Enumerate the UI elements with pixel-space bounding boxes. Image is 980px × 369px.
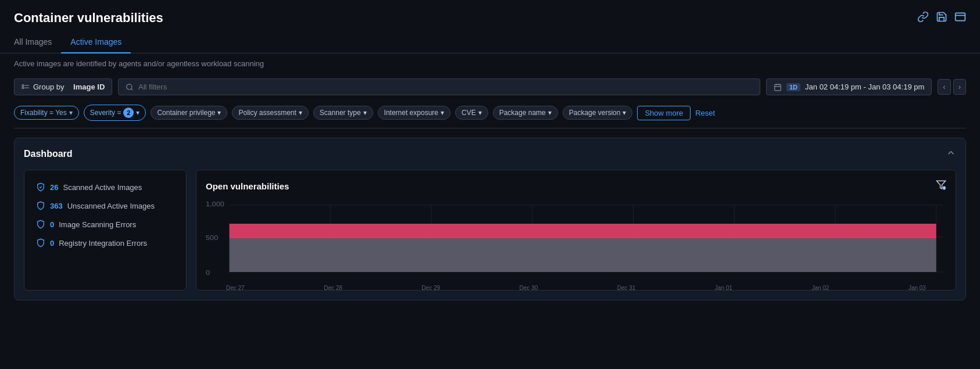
registry-errors-count: 0 [50, 239, 54, 248]
svg-line-6 [131, 88, 133, 89]
scan-errors-count: 0 [50, 220, 54, 229]
svg-text:1,000: 1,000 [206, 200, 224, 208]
policy-assessment-label: Policy assessment [238, 109, 296, 117]
svg-point-5 [127, 84, 132, 89]
filter-internet-exposure[interactable]: Internet exposure ▾ [378, 106, 450, 120]
stat-registry-errors: 0 Registry Integration Errors [36, 238, 174, 248]
group-icon [22, 83, 30, 91]
scanned-count: 26 [50, 183, 58, 192]
show-more-button[interactable]: Show more [637, 106, 691, 120]
severity-badge: 2 [123, 108, 134, 118]
x-label-dec29: Dec 29 [421, 285, 440, 291]
date-badge: 1D [786, 83, 800, 91]
time-navigation: ‹ › [938, 79, 966, 95]
svg-rect-2 [22, 87, 23, 88]
scanned-label: Scanned Active Images [63, 183, 142, 192]
x-label-dec28: Dec 28 [324, 285, 342, 291]
filter-cve[interactable]: CVE ▾ [455, 106, 488, 120]
folder-icon[interactable] [954, 11, 966, 26]
search-icon [126, 83, 134, 91]
search-bar[interactable] [118, 78, 760, 95]
filter-scanner-type[interactable]: Scanner type ▾ [313, 106, 373, 120]
filter-severity[interactable]: Severity = 2 ▾ [84, 105, 146, 121]
calendar-icon [774, 83, 782, 91]
vulnerability-chart: 1,000 500 0 [206, 199, 946, 281]
fixability-dropdown-icon: ▾ [69, 109, 73, 117]
package-version-dropdown-icon: ▾ [623, 109, 626, 117]
date-range-selector[interactable]: 1D Jan 02 04:19 pm - Jan 03 04:19 pm [766, 78, 932, 95]
filter-package-version[interactable]: Package version ▾ [563, 106, 633, 120]
svg-rect-27 [230, 238, 936, 272]
group-by-button[interactable]: Group by Image ID [14, 78, 112, 95]
section-divider [14, 128, 966, 128]
package-version-label: Package version [569, 109, 621, 117]
chart-header: Open vulnerabilities ? [206, 180, 946, 192]
svg-text:0: 0 [206, 269, 210, 277]
package-name-label: Package name [499, 109, 546, 117]
scanner-type-label: Scanner type [320, 109, 361, 117]
cve-label: CVE [462, 109, 476, 117]
chart-card: Open vulnerabilities ? 1,000 500 0 [196, 170, 956, 291]
x-label-dec30: Dec 30 [520, 285, 538, 291]
container-privilege-dropdown-icon: ▾ [217, 109, 221, 117]
prev-arrow[interactable]: ‹ [938, 79, 950, 95]
save-icon[interactable] [936, 11, 947, 26]
dashboard-section: Dashboard 26 Scanned Active Images 363 U… [14, 138, 966, 300]
shield-check-icon [36, 182, 45, 192]
chart-filter-icon[interactable]: ? [936, 180, 946, 192]
link-icon[interactable] [917, 11, 929, 26]
search-input[interactable] [138, 83, 753, 91]
filter-container-privilege[interactable]: Container privilege ▾ [151, 106, 227, 120]
severity-label: Severity = [90, 109, 121, 117]
reset-button[interactable]: Reset [695, 109, 715, 117]
unscanned-label: Unscanned Active Images [67, 202, 155, 210]
cve-dropdown-icon: ▾ [478, 109, 482, 117]
filter-package-name[interactable]: Package name ▾ [493, 106, 558, 120]
toolbar: Group by Image ID 1D Jan 02 04:19 pm - J… [0, 74, 980, 100]
dashboard-content: 26 Scanned Active Images 363 Unscanned A… [24, 170, 956, 291]
scan-errors-label: Image Scanning Errors [59, 220, 136, 229]
filters-row: Fixability = Yes ▾ Severity = 2 ▾ Contai… [0, 100, 980, 128]
next-arrow[interactable]: › [953, 79, 966, 95]
filter-fixability[interactable]: Fixability = Yes ▾ [14, 106, 79, 120]
shield-x-icon [36, 219, 45, 230]
package-name-dropdown-icon: ▾ [548, 109, 552, 117]
svg-rect-7 [775, 84, 781, 91]
internet-exposure-dropdown-icon: ▾ [441, 109, 444, 117]
collapse-icon[interactable] [946, 148, 956, 160]
severity-dropdown-icon: ▾ [136, 109, 140, 117]
shield-icon [36, 200, 45, 211]
stats-card: 26 Scanned Active Images 363 Unscanned A… [24, 170, 187, 291]
svg-rect-0 [956, 13, 965, 20]
group-by-value: Image ID [73, 83, 105, 91]
stat-scan-errors: 0 Image Scanning Errors [36, 219, 174, 230]
page-title: Container vulnerabilities [14, 10, 163, 26]
unscanned-count: 363 [50, 202, 63, 210]
registry-errors-label: Registry Integration Errors [59, 239, 147, 248]
filter-policy-assessment[interactable]: Policy assessment ▾ [232, 106, 308, 120]
page-header: Container vulnerabilities [0, 0, 980, 26]
shield-registry-icon [36, 238, 45, 248]
x-label-dec31: Dec 31 [617, 285, 636, 291]
dashboard-header: Dashboard [24, 148, 956, 160]
x-label-jan02: Jan 02 [811, 285, 829, 291]
policy-assessment-dropdown-icon: ▾ [299, 109, 302, 117]
x-label-jan01: Jan 01 [715, 285, 732, 291]
tab-all-images[interactable]: All Images [14, 33, 61, 53]
date-range-text: Jan 02 04:19 pm - Jan 03 04:19 pm [805, 83, 924, 91]
dashboard-title: Dashboard [24, 149, 73, 159]
subtitle-text: Active images are identified by agents a… [0, 53, 980, 74]
tab-bar: All Images Active Images [0, 26, 980, 53]
scanner-type-dropdown-icon: ▾ [363, 109, 367, 117]
x-label-dec27: Dec 27 [226, 285, 245, 291]
tab-active-images[interactable]: Active Images [61, 33, 131, 53]
chart-title: Open vulnerabilities [206, 181, 289, 191]
stat-scanned: 26 Scanned Active Images [36, 182, 174, 192]
svg-rect-28 [230, 224, 936, 238]
stat-unscanned: 363 Unscanned Active Images [36, 200, 174, 211]
group-by-prefix: Group by [33, 83, 64, 91]
header-actions [917, 11, 966, 26]
svg-rect-1 [22, 84, 23, 85]
svg-text:500: 500 [206, 234, 219, 242]
container-privilege-label: Container privilege [157, 109, 215, 117]
